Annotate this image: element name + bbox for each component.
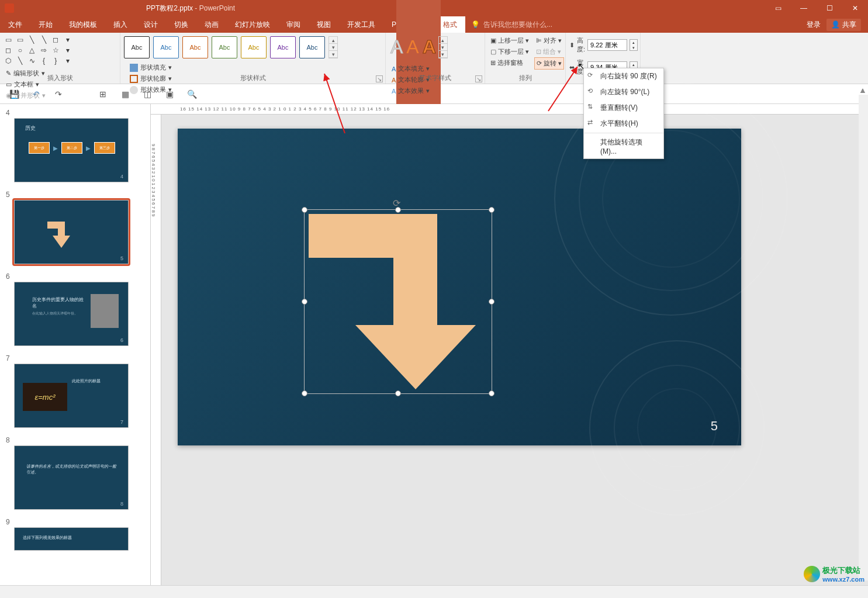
rotate-left-90-item[interactable]: ⟲向左旋转 90°(L)	[584, 84, 663, 100]
tab-file[interactable]: 文件	[0, 16, 30, 33]
rotate-right-90-item[interactable]: ⟳向右旋转 90 度(R)	[584, 68, 663, 84]
slide-thumbnail[interactable]: 4 历史 第一步▶ 第二步▶ 第三步 4	[6, 109, 144, 182]
slide-thumbnail[interactable]: 8 该事件的名言，或支持你的论文或声明语句的一般引述。 8	[6, 436, 144, 510]
style-preset[interactable]: Abc	[212, 36, 237, 58]
group-label: 插入形状	[0, 74, 120, 82]
style-preset[interactable]: Abc	[299, 36, 325, 58]
slide-page-number: 5	[711, 419, 718, 434]
resize-handle[interactable]	[302, 299, 307, 305]
dialog-launcher-icon[interactable]: ↘	[376, 75, 383, 82]
text-effects-button[interactable]: A文本效果 ▾	[389, 85, 481, 96]
slide-thumbnail[interactable]: 6 历史事件的重要人物的姓名在此输入人物相关详细年份。 6	[6, 272, 144, 346]
slide-edit-area[interactable]: 16 15 14 13 12 11 10 9 8 7 6 5 4 3 2 1 0…	[151, 104, 868, 585]
send-backward-icon: ▢	[490, 48, 496, 56]
watermark-logo-icon	[804, 566, 820, 582]
resize-handle[interactable]	[395, 207, 401, 213]
collapse-ribbon-icon[interactable]: ⯅	[860, 88, 866, 94]
width-icon: ⬌	[569, 64, 575, 71]
style-preset[interactable]: Abc	[241, 36, 267, 58]
selected-shape[interactable]: ⟳	[309, 214, 487, 389]
window-title: PPT教程2.pptx - PowerPoint	[146, 4, 235, 13]
group-insert-shapes: ▭▭╲╲◻▾ ◻○△⇨☆▾ ⬡╲∿{}▾ ✎编辑形状 ▾ ▭文本框 ▾ ◉合并形…	[0, 33, 120, 84]
more-rotation-options-item[interactable]: 其他旋转选项(M)...	[584, 134, 663, 158]
gallery-scroll[interactable]: ▴▾▾	[328, 36, 338, 58]
group-label: 排列	[485, 74, 565, 82]
wordart-preset[interactable]: A	[421, 36, 437, 58]
paint-bucket-icon	[130, 64, 138, 72]
tab-transitions[interactable]: 切换	[166, 16, 196, 33]
minimize-icon[interactable]: —	[791, 0, 817, 16]
resize-handle[interactable]	[302, 207, 307, 213]
tab-slideshow[interactable]: 幻灯片放映	[227, 16, 278, 33]
merge-shapes-button[interactable]: ◉合并形状 ▾	[4, 90, 116, 101]
tab-developer[interactable]: 开发工具	[339, 16, 383, 33]
text-effects-icon: A	[392, 88, 396, 95]
share-button[interactable]: 👤 共享	[826, 19, 861, 31]
dialog-launcher-icon[interactable]: ↘	[475, 75, 482, 82]
height-label: 高度:	[577, 36, 585, 54]
wordart-preset[interactable]: A	[405, 36, 420, 58]
rotate-left-icon: ⟲	[587, 87, 596, 95]
flip-horizontal-item[interactable]: ⇄水平翻转(H)	[584, 116, 663, 132]
slide-thumbnail[interactable]: 5 5	[6, 191, 144, 264]
style-preset[interactable]: Abc	[153, 36, 179, 58]
tell-me-search[interactable]: 💡 告诉我您想要做什么...	[465, 16, 807, 33]
flip-vertical-item[interactable]: ⇅垂直翻转(V)	[584, 100, 663, 116]
flip-vertical-icon: ⇅	[587, 103, 596, 111]
wordart-preset[interactable]: A	[389, 36, 404, 58]
shape-styles-gallery[interactable]: Abc Abc Abc Abc Abc Abc Abc ▴▾▾	[124, 36, 382, 58]
style-preset[interactable]: Abc	[270, 36, 296, 58]
text-fill-button[interactable]: A文本填充 ▾	[389, 63, 481, 74]
slide-thumbnail-pane[interactable]: 4 历史 第一步▶ 第二步▶ 第三步 4 5 5 6 历史事件的重要人物的姓名在…	[0, 104, 151, 585]
ribbon: ▭▭╲╲◻▾ ◻○△⇨☆▾ ⬡╲∿{}▾ ✎编辑形状 ▾ ▭文本框 ▾ ◉合并形…	[0, 33, 868, 84]
tab-view[interactable]: 视图	[309, 16, 339, 33]
rotate-right-icon: ⟳	[587, 71, 596, 79]
close-icon[interactable]: ✕	[842, 0, 868, 16]
maximize-icon[interactable]: ☐	[817, 0, 842, 16]
tab-design[interactable]: 设计	[136, 16, 166, 33]
share-icon: 👤	[831, 20, 840, 29]
style-preset[interactable]: Abc	[182, 36, 208, 58]
height-spinner[interactable]: ▴▾	[630, 39, 638, 51]
slide-thumbnail[interactable]: 7 ε=mc² 此处照片的标题 7	[6, 354, 144, 428]
gallery-scroll[interactable]: ▴▾▾	[438, 36, 448, 58]
tab-animations[interactable]: 动画	[196, 16, 227, 33]
send-backward-button[interactable]: ▢下移一层 ▾	[489, 46, 531, 57]
tab-review[interactable]: 审阅	[278, 16, 309, 33]
resize-handle[interactable]	[489, 299, 494, 305]
login-link[interactable]: 登录	[807, 20, 821, 30]
bent-arrow-shape[interactable]	[309, 214, 487, 389]
slide-canvas[interactable]: 5 ⟳	[178, 129, 741, 445]
resize-handle[interactable]	[395, 390, 401, 396]
slide-thumbnail[interactable]: 9 选择下面列视觉效果的标题	[6, 518, 144, 551]
tab-home[interactable]: 开始	[30, 16, 61, 33]
text-fill-icon: A	[392, 65, 396, 72]
group-button[interactable]: ⊡组合 ▾	[534, 46, 564, 57]
align-button[interactable]: ⊫对齐 ▾	[534, 35, 564, 46]
merge-shapes-icon: ◉	[6, 92, 12, 99]
horizontal-ruler: 16 15 14 13 12 11 10 9 8 7 6 5 4 3 2 1 0…	[151, 104, 868, 115]
ribbon-display-options-icon[interactable]: ▭	[765, 0, 791, 16]
height-input[interactable]	[587, 39, 627, 51]
resize-handle[interactable]	[489, 390, 494, 396]
effects-icon	[130, 86, 138, 94]
bring-forward-button[interactable]: ▣上移一层 ▾	[489, 35, 531, 46]
flip-horizontal-icon: ⇄	[587, 119, 596, 127]
tab-insert[interactable]: 插入	[105, 16, 136, 33]
shape-effects-button[interactable]: 形状效果 ▾	[127, 84, 382, 95]
style-preset[interactable]: Abc	[124, 36, 150, 58]
vertical-scrollbar[interactable]	[859, 95, 868, 580]
resize-handle[interactable]	[489, 207, 494, 213]
wordart-gallery[interactable]: A A A ▴▾▾	[389, 36, 481, 58]
lightbulb-icon: 💡	[471, 20, 480, 29]
bring-forward-icon: ▣	[490, 37, 496, 44]
selection-pane-icon: ⊞	[490, 59, 496, 67]
selection-pane-button[interactable]: ⊞选择窗格	[489, 57, 531, 68]
shapes-gallery[interactable]: ▭▭╲╲◻▾ ◻○△⇨☆▾ ⬡╲∿{}▾	[4, 35, 74, 65]
height-icon: ⬍	[569, 42, 575, 49]
rotate-button[interactable]: ⟳旋转 ▾	[534, 57, 564, 70]
shape-fill-button[interactable]: 形状填充 ▾	[127, 62, 382, 73]
tab-templates[interactable]: 我的模板	[61, 16, 105, 33]
workspace: 4 历史 第一步▶ 第二步▶ 第三步 4 5 5 6 历史事件的重要人物的姓名在…	[0, 104, 868, 585]
resize-handle[interactable]	[302, 390, 307, 396]
